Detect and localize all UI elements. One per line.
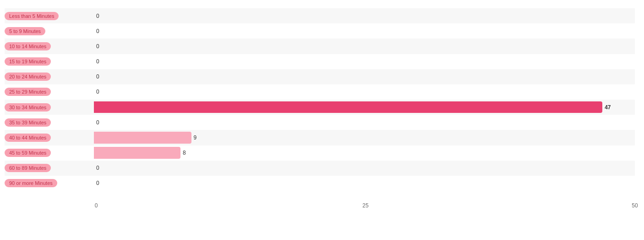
bar-track: 8 bbox=[94, 146, 635, 160]
bar-track: 0 bbox=[94, 39, 635, 53]
bar-row: 30 to 34 Minutes47 bbox=[5, 100, 635, 115]
bar-label-pill: 40 to 44 Minutes bbox=[5, 134, 51, 142]
bar-label-pill: 45 to 59 Minutes bbox=[5, 149, 51, 157]
bar-label-pill: Less than 5 Minutes bbox=[5, 12, 59, 20]
bar-value-zero: 0 bbox=[96, 73, 99, 80]
bar-fill bbox=[94, 147, 180, 159]
bar-row: 20 to 24 Minutes0 bbox=[5, 69, 635, 84]
bar-track: 47 bbox=[94, 100, 635, 114]
bar-row: 5 to 9 Minutes0 bbox=[5, 23, 635, 39]
bar-value: 8 bbox=[180, 150, 186, 156]
bar-row: 15 to 19 Minutes0 bbox=[5, 54, 635, 69]
bar-label-pill: 30 to 34 Minutes bbox=[5, 103, 51, 112]
bar-track: 0 bbox=[94, 161, 635, 175]
bar-row: 25 to 29 Minutes0 bbox=[5, 84, 635, 100]
bar-row: 45 to 59 Minutes8 bbox=[5, 145, 635, 161]
chart-container: Less than 5 Minutes05 to 9 Minutes010 to… bbox=[0, 0, 644, 240]
bar-label: 90 or more Minutes bbox=[5, 179, 94, 187]
bars-area: Less than 5 Minutes05 to 9 Minutes010 to… bbox=[5, 8, 635, 191]
bar-label-pill: 15 to 19 Minutes bbox=[5, 57, 51, 66]
bar-value: 47 bbox=[605, 104, 611, 111]
bar-track: 0 bbox=[94, 176, 635, 190]
bar-value-zero: 0 bbox=[96, 43, 99, 50]
bar-label-pill: 35 to 39 Minutes bbox=[5, 118, 51, 127]
bar-track: 0 bbox=[94, 24, 635, 38]
bar-label: 40 to 44 Minutes bbox=[5, 134, 94, 142]
bar-label: 35 to 39 Minutes bbox=[5, 118, 94, 127]
bar-label: 60 to 89 Minutes bbox=[5, 164, 94, 172]
bar-track: 0 bbox=[94, 70, 635, 84]
bar-value-zero: 0 bbox=[96, 58, 99, 65]
bar-row: 90 or more Minutes0 bbox=[5, 176, 635, 191]
bar-value-zero: 0 bbox=[96, 180, 99, 186]
bar-fill bbox=[94, 132, 191, 144]
bar-value-zero: 0 bbox=[96, 119, 99, 126]
bar-row: 35 to 39 Minutes0 bbox=[5, 115, 635, 130]
bar-value-zero: 0 bbox=[96, 28, 99, 34]
bar-row: 40 to 44 Minutes9 bbox=[5, 130, 635, 145]
bar-label-pill: 5 to 9 Minutes bbox=[5, 27, 45, 35]
bar-track: 0 bbox=[94, 85, 635, 99]
chart-area: Less than 5 Minutes05 to 9 Minutes010 to… bbox=[5, 8, 635, 202]
x-axis-label: 50 bbox=[632, 202, 638, 209]
x-axis-label: 25 bbox=[362, 202, 368, 209]
bar-label-pill: 90 or more Minutes bbox=[5, 179, 57, 187]
x-axis-label: 0 bbox=[95, 202, 98, 209]
bar-track: 0 bbox=[94, 9, 635, 23]
bar-label: 10 to 14 Minutes bbox=[5, 42, 94, 50]
bar-label-pill: 25 to 29 Minutes bbox=[5, 88, 51, 96]
bar-label: 20 to 24 Minutes bbox=[5, 73, 94, 81]
bar-track: 0 bbox=[94, 116, 635, 129]
bar-label-pill: 20 to 24 Minutes bbox=[5, 73, 51, 81]
bar-value-zero: 0 bbox=[96, 13, 99, 19]
bar-track: 0 bbox=[94, 55, 635, 68]
bar-value-zero: 0 bbox=[96, 89, 99, 95]
bar-label-pill: 60 to 89 Minutes bbox=[5, 164, 51, 172]
bar-label-pill: 10 to 14 Minutes bbox=[5, 42, 51, 50]
bar-track: 9 bbox=[94, 131, 635, 145]
bar-label: 45 to 59 Minutes bbox=[5, 149, 94, 157]
bar-row: 10 to 14 Minutes0 bbox=[5, 39, 635, 54]
bar-fill bbox=[94, 101, 602, 113]
bar-row: 60 to 89 Minutes0 bbox=[5, 161, 635, 176]
bar-label: 30 to 34 Minutes bbox=[5, 103, 94, 112]
bar-label: Less than 5 Minutes bbox=[5, 12, 94, 20]
bar-label: 5 to 9 Minutes bbox=[5, 27, 94, 35]
bar-label: 15 to 19 Minutes bbox=[5, 57, 94, 66]
bar-value-zero: 0 bbox=[96, 165, 99, 171]
bar-label: 25 to 29 Minutes bbox=[5, 88, 94, 96]
bar-row: Less than 5 Minutes0 bbox=[5, 8, 635, 23]
bar-value: 9 bbox=[191, 134, 197, 141]
